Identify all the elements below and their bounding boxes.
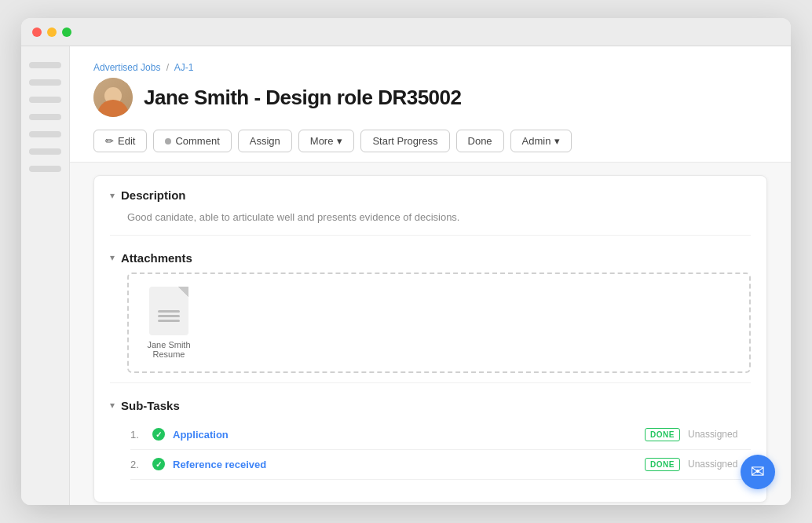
comment-dot-icon <box>165 138 171 144</box>
subtasks-body: 1. Application DONE Unassigned 2. Refere <box>110 420 751 480</box>
admin-button[interactable]: Admin ▾ <box>510 130 572 152</box>
subtask-name[interactable]: Application <box>173 429 637 441</box>
comment-button[interactable]: Comment <box>153 130 231 152</box>
avatar-face <box>93 78 133 117</box>
file-label: Jane Smith Resume <box>141 340 196 359</box>
more-button[interactable]: More ▾ <box>298 130 355 152</box>
sidebar-bar <box>29 79 61 86</box>
subtask-assignee: Unassigned <box>688 429 751 440</box>
subtask-list: 1. Application DONE Unassigned 2. Refere <box>127 420 751 480</box>
done-button[interactable]: Done <box>456 130 504 152</box>
subtask-status-badge: DONE <box>645 458 680 471</box>
description-section-header: ▾ Description <box>110 188 751 202</box>
chat-fab-icon: ✉ <box>751 462 765 482</box>
subtasks-section-title: Sub-Tasks <box>121 399 180 412</box>
main-panel: ▾ Description Good canidate, able to art… <box>93 175 767 503</box>
description-toggle-icon[interactable]: ▾ <box>110 190 115 201</box>
sidebar-bar <box>29 148 61 155</box>
subtask-number: 2. <box>130 459 144 470</box>
subtask-name[interactable]: Reference received <box>173 459 637 470</box>
attachments-toggle-icon[interactable]: ▾ <box>110 252 115 263</box>
chat-fab-button[interactable]: ✉ <box>741 455 775 489</box>
attachments-dropzone[interactable]: Jane Smith Resume <box>127 272 751 373</box>
start-progress-label: Start Progress <box>372 135 437 147</box>
maximize-button[interactable] <box>62 27 71 37</box>
subtask-number: 1. <box>130 429 144 441</box>
file-icon-lines <box>158 310 180 322</box>
admin-label: Admin <box>522 135 551 147</box>
start-progress-button[interactable]: Start Progress <box>360 130 449 152</box>
page-header: Advertised Jobs / AJ-1 Jane Smith - Desi… <box>70 46 791 163</box>
more-label: More <box>310 135 334 147</box>
close-button[interactable] <box>32 27 42 37</box>
file-item: Jane Smith Resume <box>141 287 196 359</box>
description-section: ▾ Description Good canidate, able to art… <box>110 176 751 232</box>
breadcrumb-parent[interactable]: Advertised Jobs <box>93 62 160 73</box>
subtask-status-badge: DONE <box>645 428 680 441</box>
page-title: Jane Smith - Design role DR35002 <box>144 86 461 110</box>
traffic-lights <box>32 27 71 37</box>
table-row: 1. Application DONE Unassigned <box>130 420 751 450</box>
done-label: Done <box>468 135 492 147</box>
description-text: Good canidate, able to articulate well a… <box>127 210 751 225</box>
toolbar: ✏ Edit Comment Assign More ▾ <box>93 130 767 162</box>
content-area: Advertised Jobs / AJ-1 Jane Smith - Desi… <box>21 46 791 505</box>
assign-button[interactable]: Assign <box>238 130 292 152</box>
subtask-done-icon <box>152 458 165 470</box>
sidebar-bar <box>29 131 61 137</box>
title-row: Jane Smith - Design role DR35002 <box>93 78 767 117</box>
edit-button[interactable]: ✏ Edit <box>93 130 147 152</box>
assign-label: Assign <box>250 135 280 147</box>
sidebar-bar <box>29 97 61 103</box>
breadcrumb-separator: / <box>166 62 169 73</box>
minimize-button[interactable] <box>47 27 57 37</box>
avatar <box>93 78 133 117</box>
section-divider <box>110 235 751 236</box>
description-body: Good canidate, able to articulate well a… <box>110 210 751 225</box>
edit-icon: ✏ <box>105 135 114 147</box>
app-window: Advertised Jobs / AJ-1 Jane Smith - Desi… <box>21 18 791 505</box>
breadcrumb: Advertised Jobs / AJ-1 <box>93 62 767 73</box>
description-section-title: Description <box>121 188 186 202</box>
subtasks-toggle-icon[interactable]: ▾ <box>110 400 115 411</box>
attachments-section-header: ▾ Attachments <box>110 251 751 265</box>
comment-label: Comment <box>175 135 219 147</box>
titlebar <box>21 18 791 46</box>
table-row: 2. Reference received DONE Unassigned <box>130 450 751 480</box>
sidebar <box>21 46 70 505</box>
attachments-section-title: Attachments <box>121 251 192 265</box>
file-icon-line <box>158 310 180 313</box>
sidebar-bar <box>29 114 61 120</box>
file-icon-line <box>158 315 180 317</box>
admin-chevron-icon: ▾ <box>554 135 560 147</box>
attachments-section: ▾ Attachments <box>110 239 751 379</box>
subtasks-section: ▾ Sub-Tasks 1. Application DONE Unassign… <box>110 386 751 486</box>
subtasks-section-header: ▾ Sub-Tasks <box>110 399 751 412</box>
breadcrumb-current[interactable]: AJ-1 <box>174 62 194 73</box>
subtask-done-icon <box>152 428 165 441</box>
edit-label: Edit <box>118 135 135 147</box>
attachments-body: Jane Smith Resume <box>110 272 751 373</box>
main-content: Advertised Jobs / AJ-1 Jane Smith - Desi… <box>70 46 791 505</box>
sidebar-bar <box>29 166 61 172</box>
file-icon-corner <box>177 287 188 298</box>
sidebar-bar <box>29 62 61 68</box>
section-divider <box>110 382 751 383</box>
file-icon-line <box>158 320 180 322</box>
more-chevron-icon: ▾ <box>337 135 342 147</box>
file-icon <box>149 287 188 335</box>
